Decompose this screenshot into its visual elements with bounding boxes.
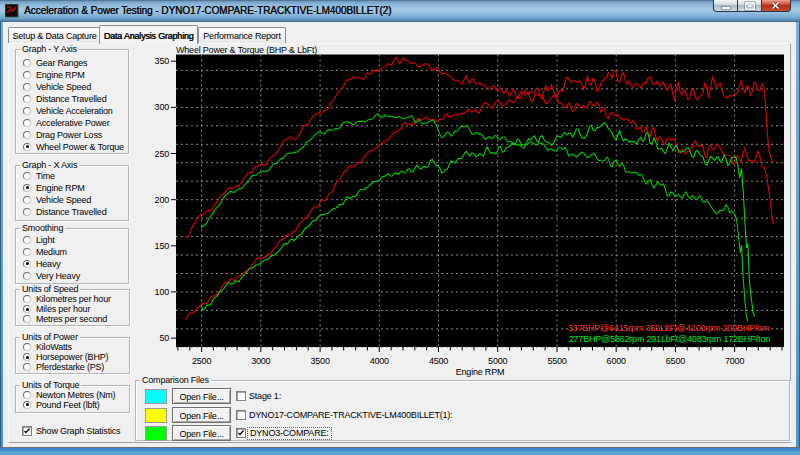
svg-text:Wheel Power & Torque (BHP & Lb: Wheel Power & Torque (BHP & LbFt) [176, 45, 317, 55]
svg-text:300: 300 [155, 102, 170, 112]
svg-text:5500: 5500 [547, 356, 566, 366]
svg-text:4000: 4000 [370, 356, 389, 366]
svg-text:4500: 4500 [429, 356, 448, 366]
svg-text:277BHP@5862rpm 291LbFt@4083rpm: 277BHP@5862rpm 291LbFt@4083rpm 172BHP/to… [569, 334, 770, 344]
svg-text:5000: 5000 [488, 356, 507, 366]
svg-text:3000: 3000 [251, 356, 270, 366]
svg-text:6500: 6500 [666, 356, 685, 366]
svg-text:150: 150 [155, 241, 170, 251]
svg-text:Engine RPM: Engine RPM [456, 367, 505, 377]
svg-text:200: 200 [155, 195, 170, 205]
svg-text:337BHP@6415rpm 350LbFt@4200rpm: 337BHP@6415rpm 350LbFt@4200rpm 209BHP/to… [568, 323, 769, 333]
svg-text:3500: 3500 [310, 356, 329, 366]
svg-text:350: 350 [155, 56, 170, 66]
svg-text:50: 50 [159, 333, 169, 343]
svg-text:7000: 7000 [725, 356, 744, 366]
svg-text:100: 100 [155, 287, 170, 297]
svg-text:250: 250 [155, 149, 170, 159]
svg-text:6000: 6000 [607, 356, 626, 366]
svg-text:2500: 2500 [192, 356, 211, 366]
